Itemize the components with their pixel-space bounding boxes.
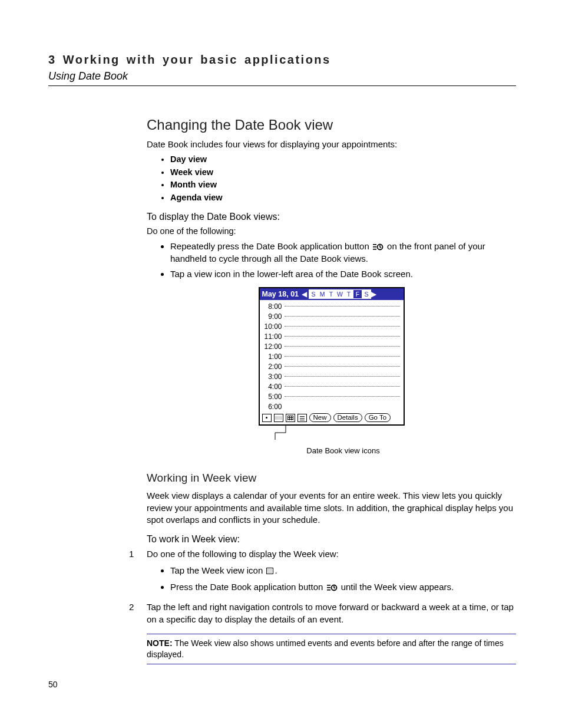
chapter-title: 3 Working with your basic applications [48, 52, 516, 68]
figure-caption: Date Book view icons [170, 446, 516, 456]
month-view-icon[interactable] [286, 414, 295, 422]
svg-rect-1 [373, 246, 376, 248]
list-item: Week view [170, 167, 516, 179]
slot-line[interactable] [285, 386, 400, 387]
time-label: 11:00 [262, 332, 285, 341]
time-label: 3:00 [262, 372, 285, 381]
page-number: 50 [48, 679, 58, 690]
note-box: NOTE: The Week view also shows untimed e… [147, 634, 516, 664]
datebook-header: May 18, 01 ◀ S M T W T F S ▶ [260, 288, 404, 300]
day-cell[interactable]: S [362, 289, 371, 299]
section-subtitle: Using Date Book [48, 69, 516, 83]
slot-line[interactable] [285, 356, 400, 357]
page-header: 3 Working with your basic applications U… [48, 52, 516, 86]
time-label: 12:00 [262, 342, 285, 351]
list-item: Agenda view [170, 192, 516, 204]
list-item: Repeatedly press the Date Book applicati… [170, 241, 516, 265]
text: . [275, 565, 277, 575]
time-label: 1:00 [262, 352, 285, 361]
agenda-view-icon[interactable] [297, 414, 307, 422]
time-label: 9:00 [262, 312, 285, 321]
slot-line[interactable] [285, 346, 400, 347]
view-types-list: Day view Week view Month view Agenda vie… [170, 154, 516, 203]
text: Press the Date Book application button [170, 582, 326, 592]
heading-changing-view: Changing the Date Book view [147, 116, 516, 134]
svg-rect-2 [373, 249, 376, 250]
goto-button[interactable]: Go To [365, 413, 391, 422]
subheading-to-work: To work in Week view: [147, 533, 516, 546]
step-number: 2 [129, 601, 147, 625]
new-button[interactable]: New [309, 413, 331, 422]
time-label: 4:00 [262, 382, 285, 391]
datebook-footer: New Details Go To [260, 411, 404, 424]
note-label: NOTE: [147, 638, 173, 648]
week-view-icon[interactable] [274, 414, 283, 422]
list-item: Tap the Week view icon . [170, 565, 516, 577]
datebook-app-icon [327, 584, 338, 591]
text: Tap the Week view icon [170, 565, 265, 575]
slot-line[interactable] [285, 326, 400, 327]
day-cell[interactable]: T [326, 289, 336, 299]
list-item: Tap a view icon in the lower-left area o… [170, 268, 516, 280]
prev-week-arrow-icon[interactable]: ◀ [301, 289, 308, 299]
time-label: 8:00 [262, 302, 285, 311]
svg-rect-15 [327, 585, 330, 586]
week-intro-text: Week view displays a calendar of your ev… [147, 490, 516, 526]
slot-line[interactable] [285, 336, 400, 337]
day-view-icon[interactable] [262, 414, 272, 422]
callout-arrow-icon [269, 426, 280, 442]
display-steps-list: Repeatedly press the Date Book applicati… [170, 241, 516, 280]
svg-rect-16 [327, 587, 330, 588]
slot-line[interactable] [285, 316, 400, 317]
do-one-text: Do one of the following: [147, 226, 516, 238]
text: Repeatedly press the Date Book applicati… [170, 241, 372, 251]
list-item: Month view [170, 179, 516, 191]
day-cell-selected[interactable]: F [353, 289, 362, 299]
list-item: Press the Date Book application button u… [170, 581, 516, 593]
note-text: The Week view also shows untimed events … [147, 638, 504, 659]
time-label: 5:00 [262, 392, 285, 401]
details-button[interactable]: Details [333, 413, 362, 422]
heading-week-view: Working in Week view [147, 470, 516, 486]
list-item: Day view [170, 154, 516, 166]
week-view-small-icon [266, 568, 273, 574]
time-label: 6:00 [262, 402, 285, 411]
day-cell[interactable]: T [344, 289, 353, 299]
day-cell[interactable]: W [335, 289, 345, 299]
day-cell[interactable]: S [309, 289, 318, 299]
datebook-date: May 18, 01 [261, 289, 302, 299]
day-picker[interactable]: S M T W T F S [309, 289, 371, 299]
svg-rect-0 [373, 244, 376, 245]
sub-steps-list: Tap the Week view icon . Press the Date … [170, 565, 516, 594]
subheading-to-display: To display the Date Book views: [147, 210, 516, 223]
step-text: Tap the left and right navigation contro… [147, 601, 516, 625]
text: until the Week view appears. [339, 582, 454, 592]
step-text: Do one of the following to display the W… [147, 548, 516, 560]
next-week-arrow-icon[interactable]: ▶ [371, 289, 377, 299]
day-cell[interactable]: M [318, 289, 327, 299]
datebook-screenshot: May 18, 01 ◀ S M T W T F S ▶ 8:00 9: [259, 287, 405, 442]
slot-line[interactable] [285, 376, 400, 377]
slot-line[interactable] [285, 396, 400, 397]
datebook-app-icon [373, 243, 384, 251]
time-label: 10:00 [262, 322, 285, 331]
slot-line[interactable] [285, 306, 400, 307]
step-number: 1 [129, 548, 147, 598]
svg-rect-17 [327, 589, 330, 591]
intro-text: Date Book includes four views for displa… [147, 139, 516, 150]
time-label: 2:00 [262, 362, 285, 371]
slot-line[interactable] [285, 366, 400, 367]
time-slots: 8:00 9:00 10:00 11:00 12:00 1:00 2:00 3:… [260, 300, 404, 411]
